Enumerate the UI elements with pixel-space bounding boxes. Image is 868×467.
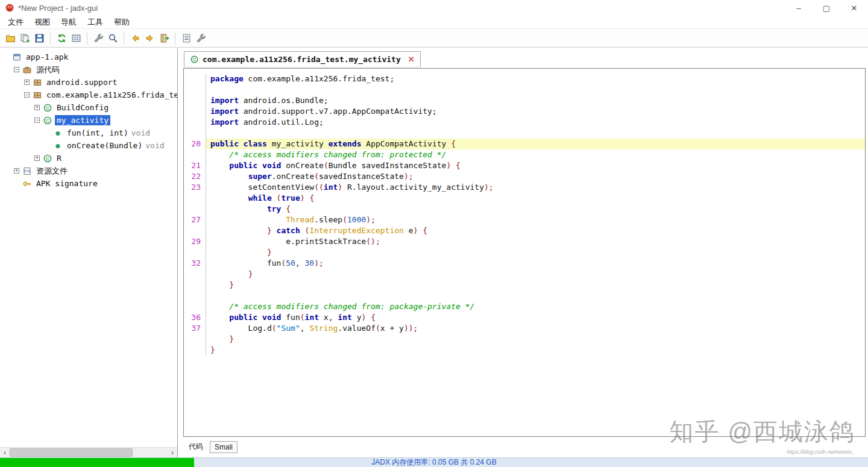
maximize-button[interactable]: ▢ [813,0,840,16]
code-editor[interactable]: package com.example.a11x256.frida_test; … [183,68,866,437]
tree-item-label: fun(int, int) [65,128,130,138]
code-text [206,84,865,95]
menu-item-3[interactable]: 工具 [82,16,108,29]
tree-item-fun-method[interactable]: fun(int, int)void [0,127,177,139]
tab-my-activity[interactable]: C com.example.a11x256.frida_test.my_acti… [184,51,421,67]
collapse-icon[interactable]: − [14,67,19,72]
code-line: import android.util.Log; [184,117,865,128]
tab-code[interactable]: 代码 [184,440,207,453]
menu-item-1[interactable]: 视图 [29,16,55,29]
nav-back-icon[interactable] [128,31,142,46]
key-icon [22,179,32,189]
menu-item-2[interactable]: 导航 [55,16,82,29]
menu-item-4[interactable]: 帮助 [108,16,135,29]
search-icon[interactable] [105,31,120,46]
expand-icon[interactable]: + [34,155,40,161]
code-line: try { [184,204,865,215]
code-text: } [206,269,865,280]
tree-item-my-activity[interactable]: −Cmy_activity [0,114,177,127]
line-number: 32 [184,258,206,269]
code-line: while (true) { [184,193,865,204]
export-icon[interactable] [69,31,83,46]
scroll-left-arrow-icon[interactable]: ‹ [0,448,10,457]
tree-item-label: app-1.apk [24,52,70,62]
cls-icon: C [43,116,52,125]
close-button[interactable]: ✕ [840,0,868,16]
recent-icon[interactable] [157,31,171,46]
line-number [184,149,206,160]
tree-horizontal-scrollbar[interactable]: ‹ › [0,447,177,457]
tree-item-app-apk[interactable]: app-1.apk [0,51,177,63]
line-number [184,290,206,301]
tree-item-oncreate-method[interactable]: onCreate(Bundle)void [0,139,177,152]
code-line: /* access modifiers changed from: protec… [184,149,865,160]
cls-icon: C [43,154,52,163]
tree-item-apk-signature[interactable]: APK signature [0,177,177,190]
code-text [206,128,865,139]
svg-text:C: C [46,105,49,111]
collapse-icon[interactable]: − [24,92,30,98]
tab-label: com.example.a11x256.frida_test.my_activi… [203,55,401,64]
save-all-icon[interactable] [32,31,46,46]
tab-strip: C com.example.a11x256.frida_test.my_acti… [178,48,868,67]
line-number [184,84,206,95]
srcfolder-icon [22,65,32,75]
tree-item-com-example-pkg[interactable]: −com.example.a11x256.frida_test [0,89,177,101]
line-number: 21 [184,160,206,171]
pkg-icon [33,78,42,87]
code-text [206,290,865,301]
expand-icon[interactable]: + [14,168,19,174]
open-file-icon[interactable] [3,31,17,46]
return-type-label: void [131,128,150,137]
nav-forward-icon[interactable] [142,31,157,46]
tree-item-source-code[interactable]: −源代码 [0,63,177,76]
svg-text:010: 010 [24,169,31,173]
tree-item-android-support[interactable]: +android.support [0,76,177,89]
line-number [184,345,206,356]
line-number [184,225,206,236]
code-text: /* access modifiers changed from: packag… [206,301,865,312]
collapse-icon[interactable]: − [34,118,40,123]
method-icon [53,128,63,138]
line-number: 23 [184,182,206,193]
code-text: } [206,345,865,356]
window-title: *New Project - jadx-gui [18,4,98,13]
tree-item-label: 资源文件 [34,165,69,177]
code-text: import android.util.Log; [206,117,865,128]
scroll-right-arrow-icon[interactable]: › [168,448,177,457]
tree-item-label: APK signature [34,178,99,189]
tree-item-buildconfig[interactable]: +CBuildConfig [0,101,177,114]
memory-usage: JADX 内存使用率: 0.05 GB 共 0.24 GB [371,457,496,467]
code-line: } [184,247,865,258]
code-text: public void onCreate(Bundle savedInstanc… [206,160,865,171]
code-text: fun(50, 30); [206,258,865,269]
code-line: 21 public void onCreate(Bundle savedInst… [184,160,865,171]
line-number: 22 [184,171,206,182]
reload-icon[interactable] [54,31,69,46]
scrollbar-track[interactable] [10,448,168,457]
svg-text:C: C [193,57,197,62]
code-line: /* access modifiers changed from: packag… [184,301,865,312]
expand-icon[interactable]: + [24,80,30,85]
log-viewer-icon[interactable] [179,31,193,46]
code-line: 20public class my_activity extends AppCo… [184,139,865,149]
preferences-icon[interactable] [193,31,208,46]
line-number: 27 [184,215,206,225]
line-number [184,334,206,345]
tree-item-r-class[interactable]: +CR [0,152,177,165]
line-number [184,106,206,117]
expand-icon[interactable]: + [34,105,40,110]
menu-item-0[interactable]: 文件 [2,16,29,29]
tab-smali[interactable]: Smali [210,441,237,453]
line-number: 36 [184,312,206,323]
code-text: setContentView((int) R.layout.activity_m… [206,182,865,193]
minimize-button[interactable]: – [785,0,813,16]
deobfuscation-icon[interactable] [91,31,105,46]
add-files-icon[interactable] [17,31,32,46]
code-text: /* access modifiers changed from: protec… [206,149,865,160]
toolbar-separator [175,33,175,45]
status-bar: JADX 内存使用率: 0.05 GB 共 0.24 GB [0,457,868,467]
scrollbar-thumb[interactable] [10,448,133,457]
tab-close-icon[interactable]: ✕ [408,55,415,64]
tree-item-resources[interactable]: +010资源文件 [0,165,177,177]
